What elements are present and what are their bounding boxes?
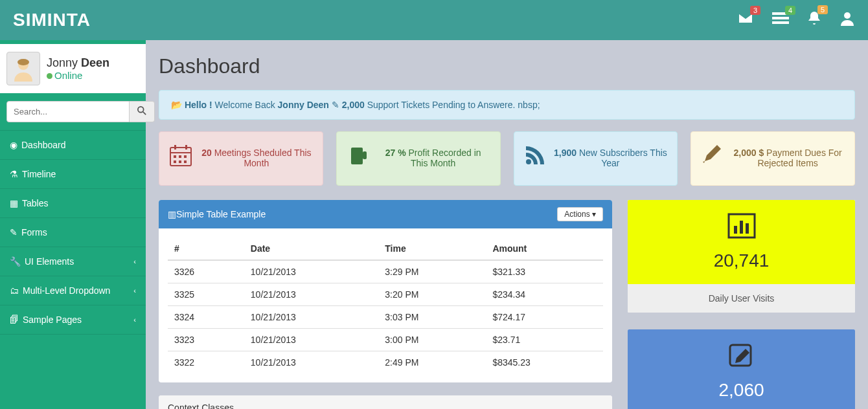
sidebar-item-tables[interactable]: ▦Tables <box>0 189 146 217</box>
svg-rect-10 <box>174 145 176 149</box>
nav-icons: 3 4 5 <box>737 10 855 30</box>
col-num: # <box>168 238 244 260</box>
sidebar-item-ui[interactable]: 🔧UI Elements‹ <box>0 247 146 276</box>
table-cell: $23.71 <box>486 329 603 351</box>
bar-chart-icon: ▥ <box>168 209 176 219</box>
chevron-left-icon: ‹ <box>133 287 136 294</box>
table-cell: $234.34 <box>486 283 603 306</box>
sidebar-item-multi[interactable]: 🗂Multi-Level Dropdown‹ <box>0 276 146 305</box>
table-cell: 10/21/2013 <box>244 260 378 283</box>
wrench-icon: 🔧 <box>10 256 21 267</box>
search-input[interactable] <box>6 101 130 122</box>
sitemap-icon: 🗂 <box>10 285 19 296</box>
tasks-icon[interactable]: 4 <box>772 11 789 29</box>
stat-profit: 27 % Profit Recorded in This Month <box>336 131 501 186</box>
svg-rect-22 <box>734 226 737 234</box>
sidebar-item-dashboard[interactable]: ◉Dashboard <box>0 131 146 159</box>
dashboard-icon: ◉ <box>10 140 17 150</box>
svg-point-3 <box>844 12 851 19</box>
navbar: SIMINTA 3 4 5 <box>0 0 868 40</box>
table-cell: $321.33 <box>486 260 603 283</box>
table-cell: 3:00 PM <box>378 329 486 351</box>
sidebar-item-forms[interactable]: ✎Forms <box>0 218 146 247</box>
table-row: 332610/21/20133:29 PM$321.33 <box>168 260 603 283</box>
chevron-left-icon: ‹ <box>133 316 136 324</box>
table-cell: $724.17 <box>486 306 603 329</box>
user-name: Jonny Deen <box>47 56 109 70</box>
table-row: 332310/21/20133:00 PM$23.71 <box>168 329 603 351</box>
bell-badge: 5 <box>817 5 828 14</box>
page-title: Dashboard <box>159 40 855 90</box>
svg-rect-1 <box>772 17 789 19</box>
sidebar-item-label: Timeline <box>22 169 56 179</box>
table-cell: $8345.23 <box>486 351 603 374</box>
table-cell: 3326 <box>168 260 244 283</box>
svg-rect-17 <box>184 160 187 163</box>
table-cell: 3324 <box>168 306 244 329</box>
sidebar-item-label: UI Elements <box>25 256 74 267</box>
svg-rect-23 <box>740 221 743 234</box>
metric-visits: 20,741 Daily User Visits <box>628 200 855 313</box>
table-row: 332510/21/20133:20 PM$234.34 <box>168 283 603 306</box>
svg-rect-11 <box>185 145 187 149</box>
metric-label: Daily User Visits <box>628 284 855 313</box>
pencil-icon: ✎ <box>332 100 339 110</box>
bell-icon[interactable]: 5 <box>807 10 821 30</box>
data-table: # Date Time Amount 332610/21/20133:29 PM… <box>168 238 603 373</box>
table-cell: 2:49 PM <box>378 351 486 374</box>
sidebar-item-label: Tables <box>22 198 48 208</box>
table-cell: 3323 <box>168 329 244 351</box>
table-panel: ▥Simple Table Example Actions ▾ # Date T… <box>159 200 612 382</box>
col-amount: Amount <box>486 238 603 260</box>
table-row: 332210/21/20132:49 PM$8345.23 <box>168 351 603 374</box>
sidebar-item-label: Dashboard <box>21 140 66 150</box>
table-cell: 3322 <box>168 351 244 374</box>
chevron-left-icon: ‹ <box>133 258 136 265</box>
calendar-icon <box>168 144 193 173</box>
edit-square-icon <box>634 342 849 373</box>
search-button[interactable] <box>130 101 155 122</box>
brand-link[interactable]: SIMINTA <box>13 10 91 30</box>
metric-value: 20,741 <box>634 250 849 271</box>
sidebar: Jonny Deen Online ◉Dashboard ⚗Timeline ▦… <box>0 40 146 409</box>
table-row: 332410/21/20133:03 PM$724.17 <box>168 306 603 329</box>
caret-down-icon: ▾ <box>592 210 596 219</box>
stat-subs: 1,900 New Subscribers This Year <box>514 131 678 186</box>
table-cell: 3:29 PM <box>378 260 486 283</box>
svg-rect-13 <box>179 155 181 158</box>
table-cell: 10/21/2013 <box>244 283 378 306</box>
svg-rect-12 <box>174 155 176 158</box>
svg-point-5 <box>17 59 29 65</box>
table-icon: ▦ <box>10 198 18 208</box>
user-icon[interactable] <box>839 10 855 30</box>
beer-icon <box>346 144 369 172</box>
col-date: Date <box>244 238 378 260</box>
table-cell: 3325 <box>168 283 244 306</box>
mail-icon[interactable]: 3 <box>737 11 754 29</box>
svg-line-7 <box>143 112 146 115</box>
flask-icon: ⚗ <box>10 169 18 179</box>
stat-dues: 2,000 $ Payment Dues For Rejected Items <box>691 131 855 186</box>
mail-badge: 3 <box>750 6 760 15</box>
col-time: Time <box>378 238 486 260</box>
panel-title: Context Classes <box>168 403 234 409</box>
user-panel: Jonny Deen Online <box>0 44 146 93</box>
avatar <box>6 52 40 85</box>
actions-button[interactable]: Actions ▾ <box>557 207 603 221</box>
sidebar-item-label: Multi-Level Dropdown <box>23 285 110 296</box>
svg-rect-15 <box>174 160 176 163</box>
context-panel: Context Classes <box>159 395 612 409</box>
panel-title: Simple Table Example <box>176 209 266 219</box>
sidebar-item-sample[interactable]: 🗐Sample Pages‹ <box>0 305 146 334</box>
svg-rect-19 <box>363 151 367 159</box>
table-cell: 10/21/2013 <box>244 351 378 374</box>
svg-rect-16 <box>179 160 181 163</box>
sidebar-item-label: Sample Pages <box>23 315 82 325</box>
folder-open-icon: 📂 <box>171 100 182 110</box>
svg-rect-2 <box>772 21 789 24</box>
sidebar-item-timeline[interactable]: ⚗Timeline <box>0 160 146 188</box>
user-status: Online <box>47 70 109 81</box>
metric-value: 2,060 <box>634 380 849 401</box>
stat-meetings: 20 Meetings Sheduled This Month <box>159 131 323 186</box>
svg-rect-14 <box>184 155 187 158</box>
